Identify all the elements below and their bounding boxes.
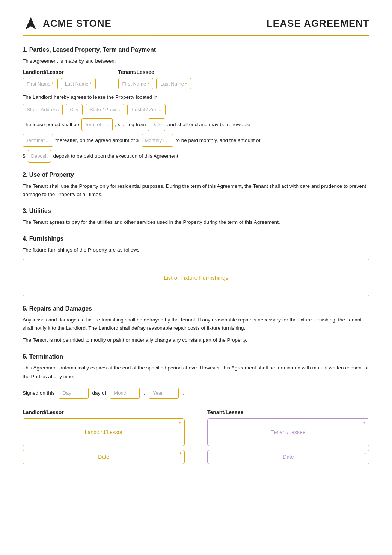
landlord-last-name[interactable]: Last Name* (61, 78, 96, 89)
section-5-body1: Any losses and damages to fixture furnis… (23, 316, 369, 333)
address-row: Street Address City State / Provi... Pos… (23, 104, 369, 115)
section-6: 6. Termination This Agreement automatica… (23, 353, 369, 464)
landlord-first-name[interactable]: First Name* (23, 78, 58, 89)
section-4: 4. Furnishings The fixture furnishings o… (23, 235, 369, 296)
tenant-col: Tenant/Lessee First Name* Last Name* (118, 69, 191, 89)
section-3-body: The Tenant agrees to pay for the utiliti… (23, 218, 369, 226)
section-3: 3. Utilities The Tenant agrees to pay fo… (23, 208, 369, 226)
furnishings-placeholder: List of Fixture Furnishings (164, 274, 228, 281)
tenant-sig-label: Tenant/Lessee (207, 409, 369, 415)
page-header: ACME STONE LEASE AGREEMENT (23, 15, 369, 32)
start-date-field[interactable]: Date (148, 118, 165, 131)
logo: ACME STONE (23, 15, 112, 32)
signature-cols: Landlord/Lessor * Landlord/Lessor * Date… (23, 409, 369, 464)
tenant-sig-text: Tenant/Lessee (271, 429, 305, 435)
signed-row: Signed on this Day day of Month , Year . (23, 388, 369, 399)
landlord-date-label: Date (98, 454, 109, 460)
section-5-title: 5. Repairs and Damages (23, 305, 369, 312)
monthly-field[interactable]: Monthly L... (142, 134, 173, 147)
tenant-label: Tenant/Lessee (118, 69, 191, 75)
deposit-field[interactable]: Deposit (28, 150, 51, 163)
day-field[interactable]: Day (59, 388, 89, 399)
landlord-col: Landlord/Lessor First Name* Last Name* (23, 69, 96, 89)
tenant-name-row: First Name* Last Name* (118, 78, 191, 89)
street-address[interactable]: Street Address (23, 104, 63, 115)
landlord-sig-col: Landlord/Lessor * Landlord/Lessor * Date (23, 409, 185, 464)
header-divider (23, 35, 369, 36)
section-2-title: 2. Use of Property (23, 172, 369, 178)
month-field[interactable]: Month (110, 388, 140, 399)
landlord-name-row: First Name* Last Name* (23, 78, 96, 89)
property-text: The Landlord hereby agrees to lease the … (23, 93, 369, 101)
section-6-title: 6. Termination (23, 353, 369, 360)
signed-text2: day of (92, 390, 106, 396)
section-2-body: The Tenant shall use the Property only f… (23, 182, 369, 199)
landlord-date-box[interactable]: * Date (23, 450, 185, 464)
deposit-row: $ Deposit deposit to be paid upon the ex… (23, 150, 369, 163)
tenant-date-label: Date (283, 454, 294, 460)
lease-period-row: The lease period shall be Term of L... ,… (23, 118, 369, 131)
parties-columns: Landlord/Lessor First Name* Last Name* T… (23, 69, 369, 89)
logo-icon (23, 15, 39, 32)
section-6-body: This Agreement automatically expires at … (23, 364, 369, 381)
section-4-title: 4. Furnishings (23, 235, 369, 242)
doc-title: LEASE AGREEMENT (267, 18, 369, 29)
termination-field[interactable]: Terminati... (23, 134, 53, 147)
postal-field[interactable]: Postal / Zip ... (127, 104, 165, 115)
term-field[interactable]: Term of L... (81, 118, 113, 131)
year-field[interactable]: Year (149, 388, 179, 399)
signed-text1: Signed on this (23, 390, 55, 396)
section-1: 1. Parties, Leased Property, Term and Pa… (23, 47, 369, 163)
tenant-signature-box[interactable]: * Tenant/Lessee (207, 418, 369, 446)
state-field[interactable]: State / Provi... (86, 104, 125, 115)
furnishings-box[interactable]: List of Fixture Furnishings (23, 259, 369, 296)
landlord-signature-box[interactable]: * Landlord/Lessor (23, 418, 185, 446)
svg-marker-1 (26, 17, 31, 29)
landlord-sig-text: Landlord/Lessor (85, 429, 122, 435)
tenant-sig-col: Tenant/Lessee * Tenant/Lessee * Date (207, 409, 369, 464)
section-5-body2: The Tenant is not permitted to modify or… (23, 336, 369, 344)
landlord-sig-label: Landlord/Lessor (23, 409, 185, 415)
section-4-intro: The fixture furnishings of the Property … (23, 246, 369, 254)
tenant-first-name[interactable]: First Name* (118, 78, 154, 89)
logo-text: ACME STONE (43, 18, 112, 29)
city-field[interactable]: City (66, 104, 82, 115)
section-1-intro: This Agreement is made by and between: (23, 57, 369, 65)
tenant-last-name[interactable]: Last Name* (156, 78, 191, 89)
section-5: 5. Repairs and Damages Any losses and da… (23, 305, 369, 345)
section-3-title: 3. Utilities (23, 208, 369, 214)
tenant-date-box[interactable]: * Date (207, 450, 369, 464)
landlord-label: Landlord/Lessor (23, 69, 96, 75)
section-1-title: 1. Parties, Leased Property, Term and Pa… (23, 47, 369, 53)
section-2: 2. Use of Property The Tenant shall use … (23, 172, 369, 199)
termination-row: Terminati... thereafter, on the agreed a… (23, 134, 369, 147)
